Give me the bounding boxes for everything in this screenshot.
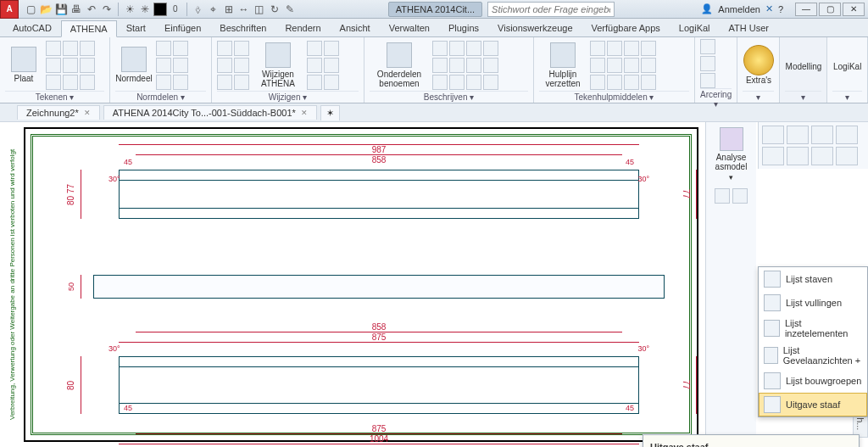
dimension: 80 [61,356,81,414]
tool-icon[interactable]: ◫ [253,3,266,16]
aids-icon-grid[interactable] [590,41,656,90]
quick-access-toolbar: ▢ 📂 💾 🖶 ↶ ↷ ☀ ✳ 0 ⎀ ⌖ ⊞ ↔ ◫ ↻ ✎ [19,3,302,16]
ribbon-tab-start[interactable]: Start [117,20,155,36]
new-tab-button[interactable]: ✶ [320,105,340,120]
norm-icon-grid[interactable] [156,41,188,90]
help-icon[interactable]: ? [778,4,783,14]
panel-expand[interactable]: ▾ [743,91,774,103]
wijzigen-athena-button[interactable]: Wijzigen ATHENA [253,42,303,89]
dropdown-item-lijst-staven[interactable]: Lijst staven [759,267,867,291]
open-icon[interactable]: 📂 [39,3,53,16]
panel-expand[interactable]: ▾ [785,91,821,103]
ribbon: Plaat Tekenen ▾ Normdeel Normdelen ▾ Wij… [0,37,868,103]
undo-icon[interactable]: ↶ [85,3,98,16]
document-tab[interactable]: ATHENA 2014City To...-001-Süddach-B001*✕ [103,105,317,120]
ribbon-tab-beschriften[interactable]: Beschriften [210,20,275,36]
ribbon-tab-ansicht[interactable]: Ansicht [331,20,380,36]
ribbon-tab-athena[interactable]: ATHENA [61,20,117,37]
modelling-icon-grid[interactable] [758,122,868,169]
document-tabs: Zeichnung2*✕ATHENA 2014City To...-001-Sü… [0,103,868,122]
panel-title[interactable]: Normdelen ▾ [115,91,206,103]
subpanel-icon[interactable] [732,188,748,204]
document-tab[interactable]: Zeichnung2*✕ [17,105,100,120]
tool-icon[interactable]: ⊞ [222,3,236,16]
tool-icon[interactable]: ↔ [237,3,251,16]
panel-title[interactable]: Tekenhulpmiddelen ▾ [539,91,689,103]
panel-title[interactable]: Wijzigen ▾ [217,91,359,103]
dimension: 77 [676,356,697,414]
panel-expand[interactable]: ▾ [709,173,753,182]
analyse-asmodel-icon[interactable] [720,127,743,151]
ribbon-tab-verwalten[interactable]: Verwalten [380,20,439,36]
modify-left-icons[interactable] [217,41,249,90]
dropdown-item-lijst-bouwgroepen[interactable]: Lijst bouwgroepen [759,369,867,393]
ribbon-tab-einfügen[interactable]: Einfügen [155,20,210,36]
new-icon[interactable]: ▢ [24,3,37,16]
logikal-button[interactable]: LogiKal [832,42,862,89]
list-icon [764,271,781,288]
dimension: 875 [119,332,639,343]
app-menu-button[interactable]: A [0,0,19,19]
list-icon [764,294,781,311]
dropdown-item-uitgave-staaf[interactable]: Uitgave staaf [759,393,867,416]
onderdelen-benoemen-button[interactable]: Onderdelen benoemen [370,42,429,89]
dimension: 858 [136,154,622,165]
tool-icon[interactable]: ✎ [283,3,297,16]
describe-icon-grid[interactable] [432,41,498,90]
redo-icon[interactable]: ↷ [100,3,114,16]
layer-state-icon[interactable]: ✳ [138,3,152,16]
save-icon[interactable]: 💾 [54,3,68,16]
maximize-button[interactable]: ▢ [819,3,841,16]
dimension: 45 [626,158,634,166]
hulplijn-verzetten-button[interactable]: Hulplijn verzetten [539,42,587,89]
print-icon[interactable]: 🖶 [70,3,83,16]
modelling-button[interactable]: Modelling [785,42,822,89]
ribbon-tab-ath-user[interactable]: ATH User [720,20,778,36]
signin-label[interactable]: Anmelden [718,4,760,14]
help-search-input[interactable] [487,2,615,17]
draw-icon-grid[interactable] [46,41,95,90]
ribbon-tab-rendern[interactable]: Rendern [275,20,330,36]
exchange-icon[interactable]: ✕ [765,3,773,14]
ribbon-tab-autocad[interactable]: AutoCAD [3,20,61,36]
drawing-canvas[interactable]: Verbreitung, Verwertung oder Weitergabe … [0,122,868,447]
panel-title[interactable]: Beschrijven ▾ [370,91,528,103]
ribbon-tab-plugins[interactable]: Plugins [439,20,488,36]
subpanel-icon[interactable] [715,188,730,204]
close-tab-icon[interactable]: ✕ [84,109,91,117]
ribbon-tab-verfügbare-apps[interactable]: Verfügbare Apps [582,20,670,36]
dimension: 45 [124,158,132,166]
mid-bar: 50 858 875 [85,266,673,326]
title-center: ATHENA 2014Cit... [302,2,702,17]
dropdown-item-lijst-inzetelementen[interactable]: Lijst inzetelementen [759,315,867,342]
dimension: 45 [626,404,634,412]
signin-icon[interactable]: 👤 [701,3,713,14]
panel-expand[interactable]: ▾ [832,91,862,103]
dropdown-item-lijst-vullingen[interactable]: Lijst vullingen [759,291,867,315]
tool-icon[interactable]: ⎀ [192,3,205,16]
tool-icon[interactable]: ⌖ [207,3,220,16]
layer-0-label[interactable]: 0 [169,3,182,16]
layer-icon[interactable]: ☀ [123,3,136,16]
panel-title[interactable]: Tekenen ▾ [5,91,104,103]
dimension: 45 [124,404,132,412]
minimize-button[interactable]: — [795,3,817,16]
ribbon-tab-logikal[interactable]: LogiKal [670,20,720,36]
window-title: ATHENA 2014Cit... [388,2,482,17]
plaat-button[interactable]: Plaat [5,42,42,89]
dimension: 30° [108,175,120,183]
extras-button[interactable]: Extra's [743,42,775,89]
close-tab-icon[interactable]: ✕ [301,109,308,117]
ribbon-tab-visionswerkzeuge[interactable]: Visionswerkzeuge [488,20,581,36]
modify-right-icons[interactable] [307,41,339,90]
close-button[interactable]: ✕ [843,3,865,16]
upper-trapezoid: 987 858 80 77 77 45 45 30° 30° [85,156,673,232]
tool-icon[interactable]: ↻ [268,3,281,16]
color-swatch-icon[interactable] [153,3,167,16]
panel-title[interactable]: Arcering ▾ [700,88,732,109]
normdeel-button[interactable]: Normdeel [115,42,153,89]
hatch-icons[interactable] [700,39,715,88]
dropdown-item-lijst-gevelaanzichten-+[interactable]: Lijst Gevelaanzichten + [759,342,867,369]
dimension: 30° [637,175,649,183]
modelling-subpanel: Analyse asmodel ▾ [705,122,756,447]
